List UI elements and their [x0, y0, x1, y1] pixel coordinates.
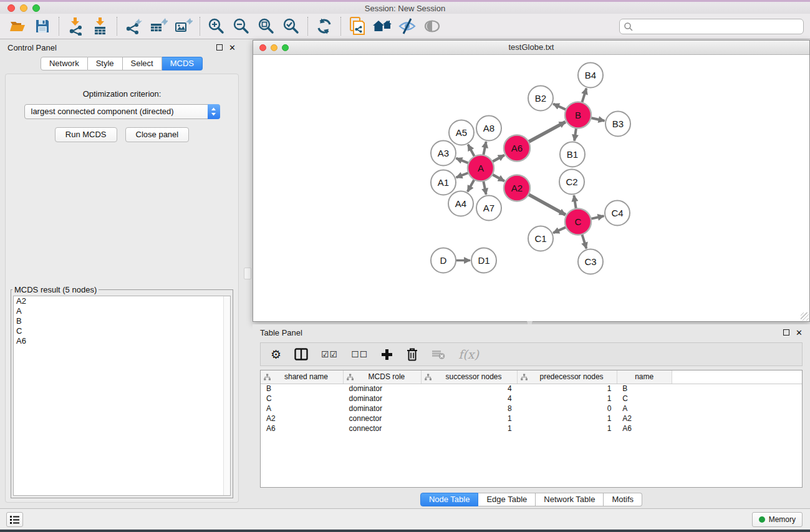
scrollbar-track[interactable] — [223, 296, 230, 495]
table-cell[interactable]: B — [617, 384, 672, 394]
column-header-successor-nodes[interactable]: successor nodes — [421, 370, 518, 384]
resize-grip-icon[interactable] — [801, 312, 809, 321]
hide-selected-button[interactable] — [395, 16, 420, 37]
node-B3[interactable]: B3 — [605, 112, 630, 137]
export-image-button[interactable] — [171, 16, 196, 37]
float-panel-icon[interactable] — [783, 329, 789, 336]
table-cell[interactable]: 1 — [518, 423, 617, 433]
table-cell[interactable]: 0 — [518, 404, 617, 414]
zoom-selected-button[interactable] — [279, 16, 304, 37]
edge-C-C2[interactable] — [574, 195, 576, 209]
tab-network-table[interactable]: Network Table — [536, 493, 604, 506]
table-cell[interactable]: C — [617, 394, 672, 404]
edge-A-A6[interactable] — [492, 155, 504, 162]
close-view-button[interactable] — [259, 44, 266, 51]
table-cell[interactable]: B — [261, 384, 344, 394]
node-C[interactable]: C — [565, 209, 591, 235]
vertical-splitter-grip[interactable] — [244, 268, 251, 279]
tab-edge-table[interactable]: Edge Table — [478, 493, 536, 506]
node-C2[interactable]: C2 — [559, 170, 584, 195]
node-A1[interactable]: A1 — [431, 170, 456, 195]
table-row[interactable]: A2connector11A2 — [261, 414, 802, 423]
edge-A-A7[interactable] — [483, 181, 486, 195]
import-table-button[interactable] — [88, 16, 113, 37]
table-cell[interactable]: A2 — [261, 414, 344, 423]
table-cell[interactable]: 1 — [518, 394, 617, 404]
column-header-name[interactable]: name — [617, 370, 672, 384]
table-cell[interactable]: connector — [344, 414, 422, 423]
import-network-button[interactable] — [63, 16, 88, 37]
split-view-button[interactable] — [294, 348, 308, 360]
first-neighbors-button[interactable] — [370, 16, 395, 37]
table-cell[interactable]: A6 — [617, 423, 672, 433]
node-B[interactable]: B — [565, 102, 591, 128]
table-cell[interactable]: 1 — [421, 423, 518, 433]
table-row[interactable]: Adominator80A — [261, 404, 802, 414]
table-cell[interactable]: 4 — [421, 384, 518, 394]
hide-columns-button[interactable]: ☐☐ — [351, 349, 368, 359]
node-B2[interactable]: B2 — [528, 86, 553, 111]
node-A6[interactable]: A6 — [504, 135, 530, 162]
edge-A-A3[interactable] — [456, 158, 468, 163]
table-cell[interactable]: 4 — [421, 394, 518, 404]
table-row[interactable]: A6connector11A6 — [261, 423, 802, 433]
table-cell[interactable]: A2 — [617, 414, 672, 423]
node-A7[interactable]: A7 — [476, 196, 501, 221]
table-cell[interactable]: A — [617, 404, 672, 414]
show-columns-button[interactable]: ☑☑ — [321, 349, 338, 359]
node-C4[interactable]: C4 — [605, 201, 630, 226]
edge-C-C4[interactable] — [591, 216, 604, 219]
run-mcds-button[interactable]: Run MCDS — [55, 127, 117, 142]
edge-A2-C[interactable] — [528, 195, 566, 215]
table-settings-button[interactable]: ⚙ — [271, 347, 281, 361]
edge-C-C3[interactable] — [582, 235, 586, 249]
task-history-button[interactable] — [6, 512, 23, 527]
edge-A-A2[interactable] — [492, 175, 504, 181]
node-C3[interactable]: C3 — [578, 249, 603, 274]
table-cell[interactable]: 1 — [518, 384, 617, 394]
column-header-predecessor-nodes[interactable]: predecessor nodes — [518, 370, 617, 384]
zoom-view-button[interactable] — [282, 44, 289, 51]
network-canvas[interactable]: AA1A2A3A4A5A6A7A8BB1B2B3B4CC1C2C3C4DD1 — [253, 55, 809, 321]
table-cell[interactable]: connector — [344, 423, 422, 433]
node-A4[interactable]: A4 — [448, 191, 473, 216]
table-cell[interactable]: dominator — [344, 404, 422, 414]
table-cell[interactable]: 8 — [421, 404, 518, 414]
table-cell[interactable]: dominator — [344, 394, 422, 404]
node-A8[interactable]: A8 — [476, 116, 501, 141]
tab-style[interactable]: Style — [88, 57, 123, 70]
node-C1[interactable]: C1 — [528, 226, 553, 251]
node-A2[interactable]: A2 — [504, 175, 530, 201]
close-panel-icon[interactable]: ✕ — [796, 328, 803, 337]
close-panel-icon[interactable]: ✕ — [229, 43, 236, 52]
delete-table-button[interactable] — [432, 349, 445, 360]
clone-network-button[interactable] — [345, 16, 370, 37]
mcds-result-list[interactable]: A2ABCA6 — [13, 296, 231, 496]
save-session-button[interactable] — [30, 16, 55, 37]
table-cell[interactable]: 1 — [421, 414, 518, 423]
column-header-shared-name[interactable]: shared name — [261, 370, 344, 384]
close-panel-button[interactable]: Close panel — [125, 127, 190, 142]
search-input[interactable] — [634, 21, 803, 33]
tab-select[interactable]: Select — [123, 57, 162, 70]
edge-A6-B[interactable] — [529, 122, 566, 142]
node-B4[interactable]: B4 — [578, 63, 603, 88]
edge-B-B3[interactable] — [591, 118, 605, 121]
zoom-in-button[interactable] — [204, 16, 229, 37]
table-cell[interactable]: A — [261, 404, 344, 414]
node-D[interactable]: D — [431, 248, 456, 273]
tab-mcds[interactable]: MCDS — [162, 57, 203, 70]
result-item[interactable]: A6 — [14, 336, 230, 346]
result-item[interactable]: A — [14, 306, 230, 316]
node-A[interactable]: A — [468, 155, 494, 181]
add-column-button[interactable] — [381, 349, 393, 360]
memory-button[interactable]: Memory — [752, 512, 803, 527]
column-header-mcds-role[interactable]: MCDS role — [344, 370, 422, 384]
refresh-button[interactable] — [312, 16, 337, 37]
table-cell[interactable]: C — [261, 394, 344, 404]
edge-B-B4[interactable] — [582, 89, 586, 103]
delete-column-button[interactable] — [406, 347, 418, 361]
node-A5[interactable]: A5 — [449, 120, 474, 145]
edge-A-A1[interactable] — [456, 173, 469, 178]
tab-motifs[interactable]: Motifs — [604, 493, 642, 506]
